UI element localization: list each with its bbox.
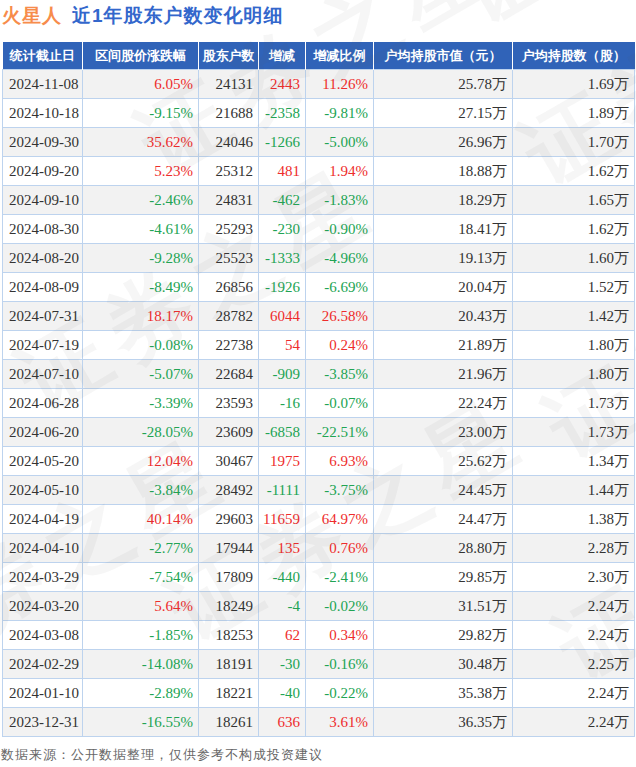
cell-date: 2024-04-10 [3, 534, 83, 563]
cell-price-change: -5.07% [83, 360, 199, 389]
cell-date: 2024-03-29 [3, 563, 83, 592]
cell-price-change: -3.84% [83, 476, 199, 505]
table-row: 2024-01-10-2.89%18221-40-0.22%35.38万2.24… [3, 679, 635, 708]
cell-avg-market-value: 30.48万 [374, 650, 513, 679]
table-header-row: 统计截止日区间股价涨跌幅股东户数增减增减比例户均持股市值（元）户均持股数（股） [3, 42, 635, 70]
column-header-delta: 增减 [259, 42, 306, 70]
cell-avg-shares: 2.30万 [513, 563, 635, 592]
cell-price-change: 40.14% [83, 505, 199, 534]
cell-price-change: -2.77% [83, 534, 199, 563]
shareholder-change-table: 统计截止日区间股价涨跌幅股东户数增减增减比例户均持股市值（元）户均持股数（股） … [2, 42, 635, 737]
cell-delta: 481 [259, 157, 306, 186]
table-row: 2024-11-086.05%24131244311.26%25.78万1.69… [3, 70, 635, 99]
cell-delta: 2443 [259, 70, 306, 99]
cell-delta: -909 [259, 360, 306, 389]
cell-delta-pct: 11.26% [306, 70, 374, 99]
cell-avg-market-value: 31.51万 [374, 592, 513, 621]
cell-avg-market-value: 25.62万 [374, 447, 513, 476]
cell-holders: 24831 [199, 186, 259, 215]
cell-avg-market-value: 18.88万 [374, 157, 513, 186]
cell-date: 2024-01-10 [3, 679, 83, 708]
cell-avg-market-value: 27.15万 [374, 99, 513, 128]
cell-date: 2024-11-08 [3, 70, 83, 99]
table-row: 2024-08-20-9.28%25523-1333-4.96%19.13万1.… [3, 244, 635, 273]
table-row: 2024-04-1940.14%296031165964.97%24.47万1.… [3, 505, 635, 534]
cell-delta-pct: -0.90% [306, 215, 374, 244]
cell-delta: -1333 [259, 244, 306, 273]
cell-price-change: -9.15% [83, 99, 199, 128]
cell-delta: 6044 [259, 302, 306, 331]
cell-delta: 1975 [259, 447, 306, 476]
cell-holders: 25523 [199, 244, 259, 273]
cell-price-change: -7.54% [83, 563, 199, 592]
table-row: 2024-03-29-7.54%17809-440-2.41%29.85万2.3… [3, 563, 635, 592]
cell-delta: -6858 [259, 418, 306, 447]
cell-holders: 25293 [199, 215, 259, 244]
table-row: 2024-07-10-5.07%22684-909-3.85%21.96万1.8… [3, 360, 635, 389]
cell-avg-market-value: 20.04万 [374, 273, 513, 302]
cell-avg-market-value: 21.89万 [374, 331, 513, 360]
cell-holders: 28782 [199, 302, 259, 331]
cell-delta-pct: -9.81% [306, 99, 374, 128]
cell-date: 2024-03-08 [3, 621, 83, 650]
cell-holders: 23593 [199, 389, 259, 418]
cell-avg-market-value: 29.85万 [374, 563, 513, 592]
cell-holders: 18221 [199, 679, 259, 708]
cell-avg-shares: 1.73万 [513, 389, 635, 418]
cell-delta-pct: 64.97% [306, 505, 374, 534]
cell-avg-market-value: 18.41万 [374, 215, 513, 244]
cell-delta-pct: 0.34% [306, 621, 374, 650]
cell-price-change: -16.55% [83, 708, 199, 737]
cell-avg-market-value: 21.96万 [374, 360, 513, 389]
cell-delta-pct: -1.83% [306, 186, 374, 215]
cell-avg-shares: 1.62万 [513, 157, 635, 186]
cell-delta-pct: -3.75% [306, 476, 374, 505]
cell-avg-shares: 1.34万 [513, 447, 635, 476]
table-row: 2024-08-09-8.49%26856-1926-6.69%20.04万1.… [3, 273, 635, 302]
cell-delta: -462 [259, 186, 306, 215]
cell-avg-shares: 1.69万 [513, 70, 635, 99]
cell-date: 2024-07-10 [3, 360, 83, 389]
cell-date: 2024-05-20 [3, 447, 83, 476]
cell-delta-pct: 0.76% [306, 534, 374, 563]
cell-holders: 18253 [199, 621, 259, 650]
cell-avg-shares: 2.24万 [513, 679, 635, 708]
table-row: 2024-05-10-3.84%28492-1111-3.75%24.45万1.… [3, 476, 635, 505]
cell-delta: 62 [259, 621, 306, 650]
cell-delta: 11659 [259, 505, 306, 534]
table-row: 2024-06-20-28.05%23609-6858-22.51%23.00万… [3, 418, 635, 447]
cell-avg-shares: 1.44万 [513, 476, 635, 505]
cell-holders: 26856 [199, 273, 259, 302]
cell-delta: 54 [259, 331, 306, 360]
table-row: 2024-03-205.64%18249-4-0.02%31.51万2.24万 [3, 592, 635, 621]
cell-price-change: 12.04% [83, 447, 199, 476]
column-header-holders: 股东户数 [199, 42, 259, 70]
cell-price-change: 5.64% [83, 592, 199, 621]
cell-delta-pct: 3.61% [306, 708, 374, 737]
cell-avg-shares: 1.80万 [513, 360, 635, 389]
table-row: 2024-07-19-0.08%22738540.24%21.89万1.80万 [3, 331, 635, 360]
cell-avg-shares: 2.24万 [513, 621, 635, 650]
cell-holders: 17944 [199, 534, 259, 563]
table-row: 2024-04-10-2.77%179441350.76%28.80万2.28万 [3, 534, 635, 563]
cell-avg-shares: 1.52万 [513, 273, 635, 302]
cell-avg-shares: 2.24万 [513, 708, 635, 737]
table-row: 2024-02-29-14.08%18191-30-0.16%30.48万2.2… [3, 650, 635, 679]
cell-delta: -1266 [259, 128, 306, 157]
cell-avg-market-value: 35.38万 [374, 679, 513, 708]
cell-delta-pct: 1.94% [306, 157, 374, 186]
table-row: 2024-07-3118.17%28782604426.58%20.43万1.4… [3, 302, 635, 331]
cell-price-change: 5.23% [83, 157, 199, 186]
cell-holders: 29603 [199, 505, 259, 534]
data-source-note: 数据来源：公开数据整理，仅供参考不构成投资建议 [1, 746, 323, 764]
cell-date: 2024-07-31 [3, 302, 83, 331]
cell-avg-shares: 1.38万 [513, 505, 635, 534]
table-row: 2024-06-28-3.39%23593-16-0.07%22.24万1.73… [3, 389, 635, 418]
page: 火星人近1年股东户数变化明细 统计截止日区间股价涨跌幅股东户数增减增减比例户均持… [0, 0, 636, 767]
cell-avg-market-value: 24.45万 [374, 476, 513, 505]
page-title: 火星人近1年股东户数变化明细 [2, 3, 284, 29]
cell-date: 2024-08-09 [3, 273, 83, 302]
cell-avg-market-value: 26.96万 [374, 128, 513, 157]
cell-holders: 18249 [199, 592, 259, 621]
cell-holders: 22738 [199, 331, 259, 360]
